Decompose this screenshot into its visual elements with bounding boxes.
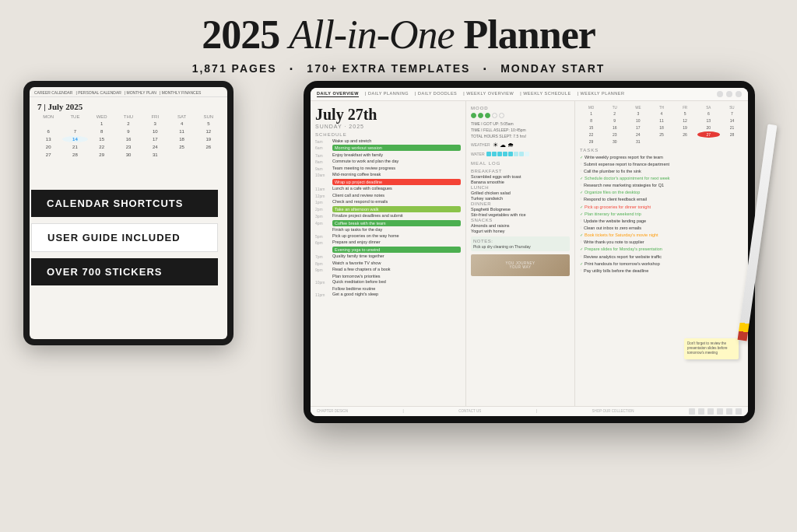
sch-text: Client call and review notes <box>332 193 461 198</box>
mc-day-su: SU <box>721 106 743 110</box>
tab-finances[interactable]: | MONTHLY FINANCES <box>160 90 201 95</box>
cal-cell: 20 <box>36 144 61 150</box>
bottom-label-2: CONTACT US <box>458 409 481 413</box>
schedule-item: 10am Mid-morning coffee break <box>315 172 461 177</box>
mc-day-mo: MO <box>580 106 602 110</box>
weather-row: WEATHER ☀ ☁ 🌧 <box>471 142 570 149</box>
water-tracker <box>486 152 529 156</box>
water-unit-6 <box>514 152 518 156</box>
bottom-label-3: SHOP OUR COLLECTION <box>592 409 634 413</box>
user-guide-badge: USER GUIDE INCLUDED <box>31 223 218 252</box>
mc-num: 2 <box>603 110 626 117</box>
sch-text: Finalize project deadlines and submit <box>332 213 461 219</box>
right-section: TUE 14 <box>288 81 774 532</box>
task-text: Pay utility bills before the deadline <box>584 268 648 274</box>
nav-weekly-overview[interactable]: | WEEKLY OVERVIEW <box>463 91 514 97</box>
mc-num: 18 <box>650 124 672 131</box>
task-item-3: ○ Call the plumber to fix the sink <box>580 169 743 174</box>
snacks-label: SNACKS <box>471 218 570 222</box>
sch-text-highlight: Morning workout session <box>332 145 461 151</box>
sch-time: 2pm <box>315 206 329 212</box>
weather-label: WEATHER <box>471 142 490 147</box>
sch-text: Read a few chapters of a book <box>332 267 461 272</box>
sch-time: 1pm <box>315 199 329 205</box>
water-unit-1 <box>486 152 491 156</box>
mood-dot-5 <box>499 113 504 118</box>
task-checkmark-empty: ○ <box>580 268 582 272</box>
task-checkmark-empty: ○ <box>580 162 582 166</box>
templates-count: 170+ EXTRA TEMPLATES <box>307 62 470 75</box>
task-text-red: Pick up groceries for dinner tonight <box>585 205 651 210</box>
tab-personal[interactable]: | PERSONAL CALENDAR <box>75 90 121 95</box>
planner-content: July 27th SUNDAY · 2025 SCHEDULE 5am Wak… <box>311 101 748 406</box>
sch-text-red: Wrap up project deadline <box>332 179 461 185</box>
sch-time: 12pm <box>315 193 329 198</box>
total-sleep: TOTAL HOURS SLEPT: 7.5 hrs! <box>471 134 570 138</box>
cal-cell: 31 <box>142 152 167 158</box>
mc-num: 21 <box>721 124 743 131</box>
feature-badges: CALENDAR SHORTCUTS USER GUIDE INCLUDED O… <box>31 190 218 285</box>
sch-text: Team meeting to review progress <box>332 166 461 171</box>
sch-text: Enjoy breakfast with family <box>332 152 461 158</box>
cal-cell: 29 <box>90 152 114 158</box>
task-checkmark: ✓ <box>580 155 583 159</box>
snack-item-2: Yogurt with honey <box>471 229 570 233</box>
cal-cell: 12 <box>196 128 221 135</box>
tasks-label: TASKS <box>580 148 743 152</box>
day-wed: WED <box>90 114 114 119</box>
tab-monthly-plan[interactable]: | MONTHLY PLAN <box>125 90 156 95</box>
sch-time: 5am <box>315 138 329 144</box>
nav-daily-doodles[interactable]: | DAILY DOODLES <box>415 91 457 97</box>
cal-cell: 21 <box>62 144 87 150</box>
cal-cell: 9 <box>116 128 141 135</box>
sch-time <box>315 286 329 291</box>
cal-cell: 10 <box>142 128 167 135</box>
bottom-separator-1: | <box>403 409 404 413</box>
tab-career[interactable]: CAREER CALENDAR <box>34 90 72 95</box>
task-checkmark-empty: ○ <box>580 197 582 201</box>
cal-cell: 2 <box>116 121 141 127</box>
cal-cell: 5 <box>196 121 221 127</box>
nav-weekly-schedule[interactable]: | WEEKLY SCHEDULE <box>520 91 571 97</box>
sch-time: 6pm <box>315 240 329 245</box>
task-checkmark: ✓ <box>580 233 583 237</box>
schedule-item: 6am Morning workout session <box>315 145 461 151</box>
mc-day-we: WE <box>627 106 649 110</box>
task-item-7: ○ Respond to client feedback email <box>580 197 743 202</box>
mc-num: 9 <box>603 117 626 124</box>
cal-cell <box>62 121 87 127</box>
start-day: MONDAY START <box>500 62 605 75</box>
cal-cell: 13 <box>36 136 61 142</box>
sticky-note: Don't forget to review the presentation … <box>684 338 739 359</box>
mc-num: 11 <box>650 117 672 124</box>
mood-dot-4 <box>492 113 497 118</box>
schedule-item: 2pm Take an afternoon walk <box>315 206 461 212</box>
sch-text: Finish up tasks for the day <box>332 227 461 232</box>
title-year: 2025 <box>202 12 279 57</box>
cal-cell: 24 <box>142 144 167 150</box>
task-item-12: ✓ Book tickets for Saturday's movie nigh… <box>580 233 743 238</box>
nav-daily-planning[interactable]: | DAILY PLANNING <box>365 91 409 97</box>
sch-text: Wake up and stretch <box>332 138 461 144</box>
cal-cell <box>36 121 61 127</box>
water-unit-3 <box>497 152 502 156</box>
mood-dot-3 <box>485 113 490 118</box>
nav-weekly-planner[interactable]: | WEEKLY PLANNER <box>578 91 625 97</box>
task-checkmark: ✓ <box>580 190 583 194</box>
mc-num: 5 <box>674 110 697 117</box>
sch-text: Quick meditation before bed <box>332 279 461 285</box>
toolbar-icon-1 <box>689 408 695 415</box>
meal-log: BREAKFAST Scrambled eggs with toast Bana… <box>471 169 570 233</box>
schedule-item: 6pm Prepare and enjoy dinner <box>315 240 461 245</box>
weather-rain-icon: 🌧 <box>507 142 514 149</box>
sch-time: 7am <box>315 152 329 158</box>
mc-num: 26 <box>674 131 697 138</box>
sch-time <box>315 247 329 253</box>
mini-cal-header: MO TU WE TH FR SA SU <box>580 106 743 110</box>
task-item-14: ✓ Prepare slides for Monday's presentati… <box>580 247 743 252</box>
sch-time: 10am <box>315 172 329 177</box>
lunch-label: LUNCH <box>471 185 570 190</box>
sch-time: 4pm <box>315 220 329 226</box>
nav-daily-overview[interactable]: DAILY OVERVIEW <box>317 91 359 97</box>
task-text: Update the website landing page <box>584 219 646 224</box>
